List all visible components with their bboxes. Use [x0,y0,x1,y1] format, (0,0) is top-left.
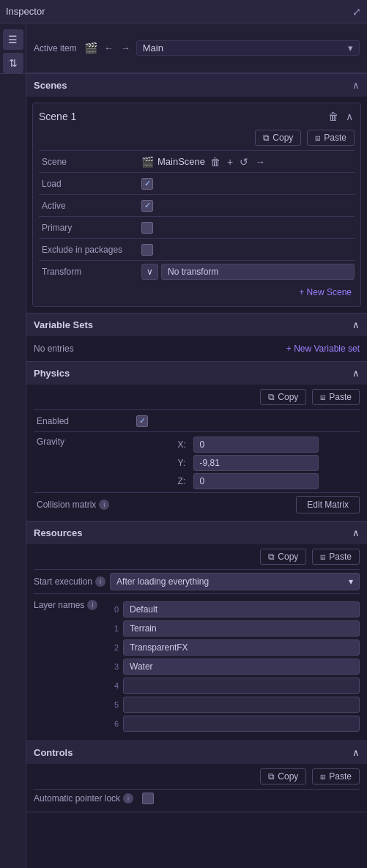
resources-section-header[interactable]: Resources ∧ [26,522,367,544]
layer-name-input[interactable] [123,716,360,732]
copy-icon: ⧉ [263,133,270,143]
scene-icon: 🎬 [84,42,98,55]
next-nav-button[interactable]: → [119,41,132,55]
load-checkbox[interactable] [141,178,153,190]
layer-index: 5 [104,700,119,709]
gravity-z-input[interactable] [193,473,319,489]
controls-paste-button[interactable]: ⧆ Paste [312,768,360,784]
layer-name-input[interactable] [123,697,360,713]
list-item: 0 [104,600,360,619]
controls-content: ⧉ Copy ⧆ Paste Automatic pointer lock i [26,764,367,812]
scene-goto-button[interactable]: → [253,155,267,169]
layer-name-input[interactable] [123,678,360,694]
load-row: Load [39,172,355,194]
header-title: Inspector [6,6,45,17]
gravity-value: X: Y: Z: [136,437,360,489]
start-execution-label: Start execution i [34,576,105,587]
layer-header: Layer names i 0123456 [34,597,360,736]
physics-chevron-icon: ∧ [352,368,360,379]
expand-icon[interactable]: ⤢ [352,6,361,18]
gravity-x-input[interactable] [193,437,319,453]
sort-button[interactable]: ⇅ [3,53,23,73]
layer-index: 4 [104,681,119,690]
start-execution-dropdown[interactable]: After loading everything ▾ [110,573,360,590]
resources-content: ⧉ Copy ⧆ Paste Start execution i Af [26,544,367,741]
scene-ref-value: 🎬 MainScene 🗑 + ↺ → [141,155,355,169]
transform-value-text: No transform [161,264,355,280]
scenes-section: Scenes ∧ Scene 1 🗑 ∧ ⧉ [26,74,367,314]
start-exec-info-icon[interactable]: i [95,576,105,587]
physics-section-title: Physics [34,368,70,379]
physics-section-header[interactable]: Physics ∧ [26,362,367,385]
auto-pointer-info-icon[interactable]: i [123,793,133,804]
start-execution-row: Start execution i After loading everythi… [34,569,360,593]
new-scene-button[interactable]: + New Scene [299,287,352,297]
layer-names-label: Layer names i [34,600,100,610]
no-entries-text: No entries [34,344,74,354]
resources-paste-button[interactable]: ⧆ Paste [312,549,360,565]
list-button[interactable]: ☰ [3,29,23,50]
resources-section: Resources ∧ ⧉ Copy ⧆ Paste [26,522,367,741]
layer-index: 0 [104,605,119,614]
physics-paste-button[interactable]: ⧆ Paste [312,389,360,405]
collision-info-icon[interactable]: i [99,500,109,510]
prev-nav-button[interactable]: ← [103,41,115,55]
scene-refresh-button[interactable]: ↺ [238,155,250,169]
physics-copy-button[interactable]: ⧉ Copy [260,389,306,405]
edit-matrix-button[interactable]: Edit Matrix [296,496,360,513]
gravity-row: Gravity X: Y: Z: [34,431,360,492]
physics-enabled-value [136,415,360,427]
scene-add-button[interactable]: + [226,155,234,169]
resources-copy-button[interactable]: ⧉ Copy [260,549,306,565]
auto-pointer-label: Automatic pointer lock i [34,793,133,804]
variable-sets-chevron-icon: ∧ [352,319,360,330]
layer-name-input[interactable] [123,659,360,675]
physics-copy-icon: ⧉ [268,392,275,402]
transform-dropdown[interactable]: ∨ [141,264,158,280]
active-item-bar: Active item 🎬 ← → Main ▾ [26,23,367,73]
layer-index: 1 [104,624,119,633]
scene-ref-icon: 🎬 [141,156,154,168]
collision-matrix-label: Collision matrix i [34,500,136,510]
variable-sets-header[interactable]: Variable Sets ∧ [26,314,367,336]
layer-index: 6 [104,719,119,728]
physics-enabled-label: Enabled [34,416,136,426]
gravity-y-input[interactable] [193,455,319,471]
layer-names-info-icon[interactable]: i [87,600,97,610]
physics-enabled-checkbox[interactable] [136,415,148,427]
controls-copy-button[interactable]: ⧉ Copy [260,768,306,784]
main-layout: Scenes ∧ Scene 1 🗑 ∧ ⧉ [0,74,367,868]
auto-pointer-checkbox[interactable] [142,793,154,804]
layer-index: 3 [104,662,119,671]
scene-delete-button[interactable]: 🗑 [327,109,340,124]
layer-name-input[interactable] [123,601,360,617]
gravity-z-label: Z: [178,476,193,486]
controls-section-header[interactable]: Controls ∧ [26,741,367,764]
scenes-section-controls: ∧ [352,80,360,91]
list-item: 6 [104,714,360,733]
scenes-chevron-up-icon: ∧ [352,80,360,91]
scenes-section-title: Scenes [34,80,67,91]
primary-checkbox[interactable] [141,222,153,234]
header: Inspector ⤢ [0,0,367,23]
new-variable-button[interactable]: + New Variable set [286,344,360,354]
scene-paste-button[interactable]: ⧆ Paste [307,130,355,146]
list-item: 2 [104,638,360,657]
scene-dropdown-arrow: ▾ [348,42,353,53]
active-checkbox[interactable] [141,200,153,212]
physics-section: Physics ∧ ⧉ Copy ⧆ Paste Enable [26,362,367,522]
scene-collapse-button[interactable]: ∧ [344,109,355,124]
controls-section-title: Controls [34,747,73,758]
layer-name-input[interactable] [123,639,360,656]
exclude-checkbox[interactable] [141,244,153,256]
primary-label: Primary [39,223,141,233]
active-label: Active [39,201,141,211]
layer-name-input[interactable] [123,620,360,637]
layer-index: 2 [104,643,119,652]
scene-copy-button[interactable]: ⧉ Copy [255,130,301,146]
scenes-section-header[interactable]: Scenes ∧ [26,74,367,97]
scene-card: Scene 1 🗑 ∧ ⧉ Copy ⧆ Paste [32,103,361,307]
scene-name-selector[interactable]: Main ▾ [136,40,360,56]
scene-remove-button[interactable]: 🗑 [209,155,222,169]
transform-value: ∨ No transform [141,264,355,280]
